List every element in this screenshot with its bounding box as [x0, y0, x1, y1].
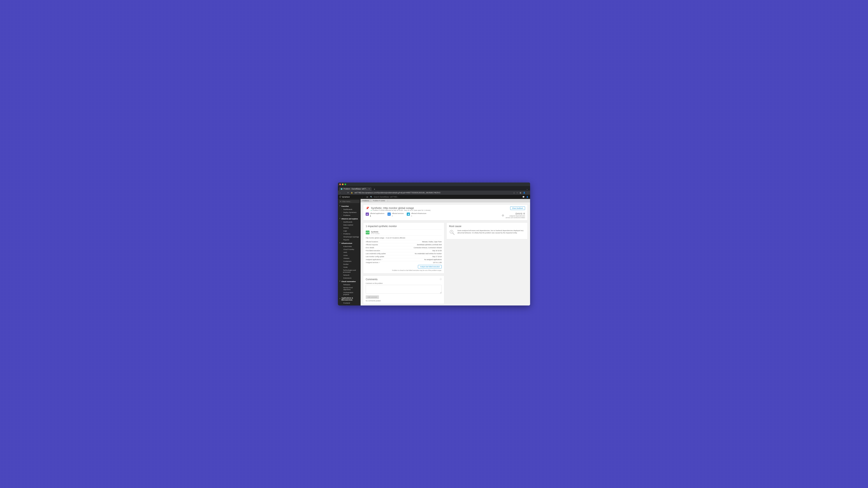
breadcrumb-problem-id[interactable]: Problem P-22092: [371, 199, 387, 202]
svg-line-1: [453, 233, 454, 234]
nav-reload-icon[interactable]: ⟳: [347, 192, 349, 194]
nav-section-apps[interactable]: ⌃ Applications & Microservices: [338, 296, 361, 301]
nav-back-icon[interactable]: ←: [339, 192, 341, 194]
menu-filter-input[interactable]: ⏷ Filter menu...: [339, 200, 360, 203]
sidebar: ⏷ Filter menu... ⌃ Favorites ☆Dashboards…: [338, 199, 361, 305]
sidebar-item-dashboards[interactable]: ☆Dashboards: [338, 208, 361, 211]
nav-section-infrastructure[interactable]: ⌃ Infrastructure: [338, 241, 361, 245]
detail-link[interactable]: danielbalaz.tplinkdns.com/inde.html: [398, 243, 442, 246]
sidebar-item-service-level-objectives[interactable]: Service-level objectives: [338, 286, 361, 291]
sidebar-item-cloud-foundry[interactable]: Cloud Foundry: [338, 248, 361, 251]
affected-applications[interactable]: ◧ Affected applications 1: [366, 213, 384, 217]
detail-row: Last monitor config updateSep 17 19:16: [366, 255, 442, 258]
book-icon[interactable]: ▤: [366, 196, 368, 198]
synthetic-monitor-row[interactable]: HTTP Synthetic HTTP monitor: [366, 229, 442, 236]
info-icon[interactable]: ⓘ: [440, 278, 442, 281]
add-comment-button[interactable]: Add comment: [366, 295, 379, 299]
chevron-up-icon: ⌃: [339, 218, 341, 220]
chat-icon[interactable]: 💬: [522, 196, 525, 198]
global-search[interactable]: 🔍 Search DanielBalaz: wtt77482...: [370, 196, 521, 198]
detail-row: Assigned applications↗No assigned applic…: [366, 258, 442, 261]
detail-row: Error detailsConnection timeout, Connect…: [366, 246, 442, 249]
tab-close-icon[interactable]: ✕: [369, 188, 370, 190]
svg-text:!: !: [451, 231, 452, 233]
profile-icon[interactable]: 👤: [523, 192, 525, 194]
breadcrumb-problems[interactable]: Problems: [361, 199, 371, 202]
sidebar-item-releases[interactable]: Releases: [338, 283, 361, 286]
install-icon[interactable]: ⤓: [513, 192, 515, 194]
nav-section-favorites[interactable]: ⌃ Favorites: [338, 204, 361, 208]
new-tab-button[interactable]: +: [373, 188, 376, 191]
sidebar-item-orchestration-projects[interactable]: Orchestration projects: [338, 291, 361, 296]
browser-menu-icon[interactable]: ⋮: [527, 192, 529, 194]
star-icon: ☆: [341, 212, 342, 213]
extensions-icon[interactable]: ◧: [520, 192, 521, 194]
affected-infrastructure[interactable]: ▦ Affected infrastructure –: [407, 213, 426, 217]
search-placeholder: Search DanielBalaz: wtt77482...: [374, 196, 399, 198]
sidebar-item-problems[interactable]: ☆Problems: [338, 214, 361, 217]
sidebar-item-azure[interactable]: Azure: [338, 254, 361, 257]
affected-services[interactable]: ⚙ Affected services –: [388, 213, 404, 217]
app-logo[interactable]: dynatrace: [338, 196, 361, 198]
problem-closed-note: Problem is closed so last failed executi…: [366, 268, 442, 271]
comment-label: Comment on this problem: [366, 283, 442, 284]
impacted-details-table: Affected locationsWarsaw, Osaka, Cape To…: [366, 240, 442, 264]
browser-tab[interactable]: Problem - DanielBalaz: wtt77... ✕: [339, 187, 372, 191]
detail-row: Last credential config updateNo credenti…: [366, 252, 442, 255]
search-icon: 🔍: [370, 196, 372, 198]
sidebar-item-data-explorer[interactable]: Data explorer: [338, 223, 361, 226]
sidebar-item-containers[interactable]: Containers: [338, 260, 361, 263]
sidebar-item-problems[interactable]: ☆Problems: [338, 232, 361, 235]
app-body: ⏷ Filter menu... ⌃ Favorites ☆Dashboards…: [338, 199, 530, 305]
analyze-last-execution-button[interactable]: Analyze last failed execution: [418, 265, 442, 268]
root-cause-body: Davis analyzed all traces and dependenci…: [457, 229, 525, 237]
detail-row: Assigned services↗127.0.1.1:80: [366, 261, 442, 264]
mac-titlebar: [338, 183, 530, 186]
sidebar-item-hosts[interactable]: Hosts: [338, 266, 361, 269]
sidebar-item-extensions[interactable]: Extensions: [338, 276, 361, 280]
window-chevron-icon[interactable]: ⌄: [525, 187, 529, 191]
sidebar-item-dashboards[interactable]: ☆Dashboards: [338, 220, 361, 223]
minimize-window-dot[interactable]: [342, 184, 343, 185]
detail-row: First failed executionSep 18 15:35: [366, 249, 442, 252]
star-icon: ☆: [341, 233, 342, 234]
external-link-icon: ↗: [379, 262, 380, 263]
close-window-dot[interactable]: [339, 184, 341, 185]
comment-textarea[interactable]: [366, 285, 442, 294]
sidebar-item-deploy-dynatrace[interactable]: ☆Deploy Dynatrace: [338, 211, 361, 214]
nav-section-observe[interactable]: ⌃ Observe and explore: [338, 217, 361, 220]
bookmark-icon[interactable]: ☆: [517, 192, 518, 194]
detail-row: Affected locationsWarsaw, Osaka, Cape To…: [366, 240, 442, 243]
sidebar-item-network[interactable]: Network: [338, 273, 361, 276]
app-back-icon[interactable]: ←: [361, 196, 364, 198]
sidebar-item-reports[interactable]: Reports: [338, 238, 361, 241]
sidebar-item-aws[interactable]: AWS: [338, 251, 361, 254]
davis-icon: ❉: [502, 214, 504, 218]
star-icon: ☆: [341, 208, 342, 210]
lock-icon: 🔒: [351, 192, 353, 194]
maximize-window-dot[interactable]: [345, 184, 346, 185]
impacted-description: Http monitor global outage – 3 out of 3 …: [366, 236, 442, 240]
share-feedback-button[interactable]: Share feedback: [510, 206, 525, 210]
nav-forward-icon[interactable]: →: [343, 192, 345, 194]
no-comments-text: No comments posted: [366, 300, 442, 302]
sidebar-item-frontend[interactable]: Frontend: [338, 301, 361, 304]
sidebar-item-technologies-and-processes[interactable]: Technologies and processes: [338, 269, 361, 273]
user-icon[interactable]: 👤: [526, 196, 528, 198]
sidebar-item-metrics[interactable]: Metrics: [338, 226, 361, 229]
sidebar-item-kubernetes[interactable]: Kubernetes: [338, 245, 361, 248]
sidebar-item-smartscape-topology[interactable]: Smartscape topology: [338, 235, 361, 238]
davis-summary: ❉ DAVIS ® analyzed dependencies across 1…: [502, 213, 525, 219]
services-icon: ⚙: [388, 213, 391, 216]
sidebar-item-vmware[interactable]: VMware: [338, 257, 361, 260]
root-cause-card: Root cause ! Davis analyzed all tra: [446, 223, 528, 239]
star-icon: ☆: [341, 215, 342, 216]
address-bar[interactable]: wtt77482.live.dynatrace.com/#/problems/p…: [354, 192, 512, 194]
nav-section-cloud[interactable]: ⌃ Cloud Automation: [338, 280, 361, 283]
detail-link[interactable]: 127.0.1.1:80: [398, 261, 442, 264]
sidebar-item-docker[interactable]: Docker: [338, 263, 361, 266]
problem-subtitle: ▸Problem P-22092 detected at Sep 18 15:3…: [371, 209, 431, 211]
sidebar-item-services[interactable]: Services: [338, 304, 361, 305]
external-link-icon: ↗: [381, 259, 382, 260]
sidebar-item-logs[interactable]: Logs: [338, 229, 361, 232]
